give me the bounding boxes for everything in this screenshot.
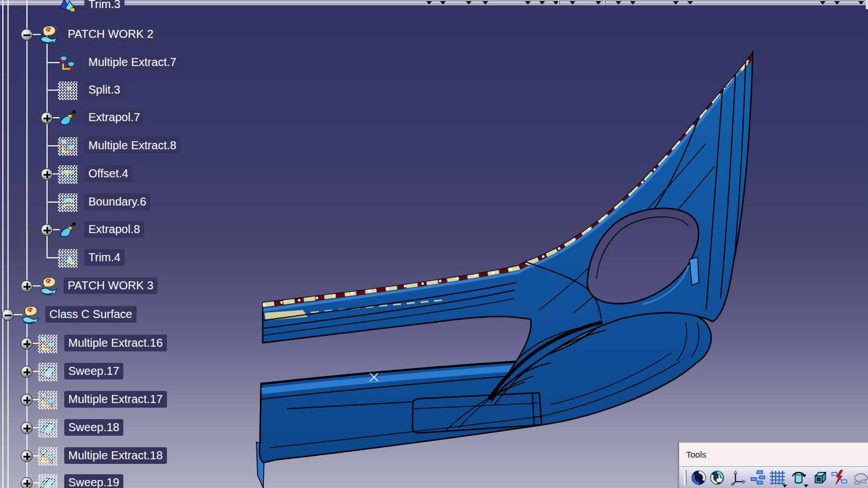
tree-item-split-3[interactable]: Split.3: [84, 82, 124, 98]
tree-line: [26, 0, 28, 286]
tree-item-multiple-extract-7[interactable]: Multiple Extract.7: [84, 54, 180, 71]
expander-plus[interactable]: [21, 280, 33, 292]
expander-plus[interactable]: [21, 450, 33, 462]
tree-line: [2, 0, 3, 488]
cube-icon[interactable]: [812, 469, 829, 486]
geoset-icon[interactable]: [39, 276, 61, 296]
tree-item-trim-4[interactable]: Trim.4: [84, 249, 124, 266]
tree-item-multiple-extract-8[interactable]: Multiple Extract.8: [84, 137, 180, 154]
extrapol-icon[interactable]: [58, 221, 77, 239]
tree-line: [7, 0, 9, 488]
tree-item-sweep-18[interactable]: Sweep.18: [64, 419, 123, 436]
tree-item-sweep-17[interactable]: Sweep.17: [64, 363, 123, 379]
axis-system-icon[interactable]: [730, 469, 748, 486]
expander-plus[interactable]: [21, 338, 33, 350]
tools-toolbar-title: Tools: [686, 450, 706, 459]
expander-minus[interactable]: [2, 309, 14, 321]
grid-icon[interactable]: [769, 469, 787, 486]
manual-update-icon[interactable]: [710, 469, 727, 486]
expander-plus[interactable]: [21, 366, 33, 378]
sweep-icon[interactable]: [38, 363, 57, 381]
tree-item-multiple-extract-16[interactable]: Multiple Extract.16: [64, 335, 167, 351]
tree-item-trim-3[interactable]: Trim.3: [84, 0, 124, 13]
tree-item-extrapol-8[interactable]: Extrapol.8: [84, 221, 144, 238]
dropdown-arrow-icon[interactable]: [783, 485, 787, 487]
multiextract-icon[interactable]: [38, 447, 57, 466]
sweep-icon[interactable]: [38, 474, 57, 488]
multiextract-icon[interactable]: [58, 54, 77, 72]
multiextract-icon[interactable]: [58, 137, 77, 156]
catia-workspace: { "window": { "app": "CATIA", "backgroun…: [0, 0, 868, 488]
expander-plus[interactable]: [21, 422, 33, 434]
hand-icon[interactable]: [853, 469, 868, 486]
expander-plus[interactable]: [41, 224, 53, 236]
offset-icon[interactable]: [58, 165, 77, 184]
tools-toolbar: Tools: [679, 442, 868, 488]
expander-plus[interactable]: [41, 112, 53, 124]
tools-toolbar-titlebar[interactable]: Tools: [679, 443, 868, 466]
bumper-lower-shell[interactable]: [256, 311, 711, 488]
expander-plus[interactable]: [21, 477, 33, 488]
tree-item-class-c-surface[interactable]: Class C Surface: [45, 306, 137, 323]
trim-icon[interactable]: [58, 0, 77, 14]
tree-item-sweep-19[interactable]: Sweep.19: [64, 474, 123, 488]
geoset-icon[interactable]: [21, 305, 42, 324]
extrapol-icon[interactable]: [58, 109, 77, 127]
boundary-icon[interactable]: [58, 193, 77, 212]
tree-item-multiple-extract-17[interactable]: Multiple Extract.17: [64, 391, 167, 408]
toolbar-drag-handle[interactable]: [684, 470, 687, 485]
structure-icon[interactable]: [750, 469, 767, 486]
tree-item-patch-work-2[interactable]: PATCH WORK 2: [64, 26, 157, 42]
dropdown-arrow-icon[interactable]: [804, 485, 808, 487]
tools-toolbar-strip: [679, 466, 868, 488]
expander-minus[interactable]: [21, 29, 33, 41]
sweep-icon[interactable]: [38, 419, 57, 437]
tree-item-multiple-extract-18[interactable]: Multiple Extract.18: [64, 447, 167, 464]
prism-rotate-icon[interactable]: [791, 469, 808, 486]
datum-lightning-icon[interactable]: [831, 469, 848, 486]
multiextract-icon[interactable]: [38, 335, 57, 353]
tree-item-patch-work-3[interactable]: PATCH WORK 3: [64, 277, 157, 294]
tree-item-boundary-6[interactable]: Boundary.6: [84, 193, 150, 210]
geoset-icon[interactable]: [39, 25, 61, 44]
expander-plus[interactable]: [21, 394, 33, 406]
tree-item-offset-4[interactable]: Offset.4: [84, 165, 133, 182]
specification-tree: Trim.3 PATCH WORK 2 Multiple Extract.7 S…: [0, 0, 252, 488]
multiextract-icon[interactable]: [38, 391, 57, 409]
update-icon[interactable]: [691, 469, 708, 486]
split-icon[interactable]: [58, 82, 77, 100]
expander-plus[interactable]: [41, 168, 53, 180]
tree-item-extrapol-7[interactable]: Extrapol.7: [84, 109, 144, 126]
trim-icon[interactable]: [58, 249, 77, 268]
